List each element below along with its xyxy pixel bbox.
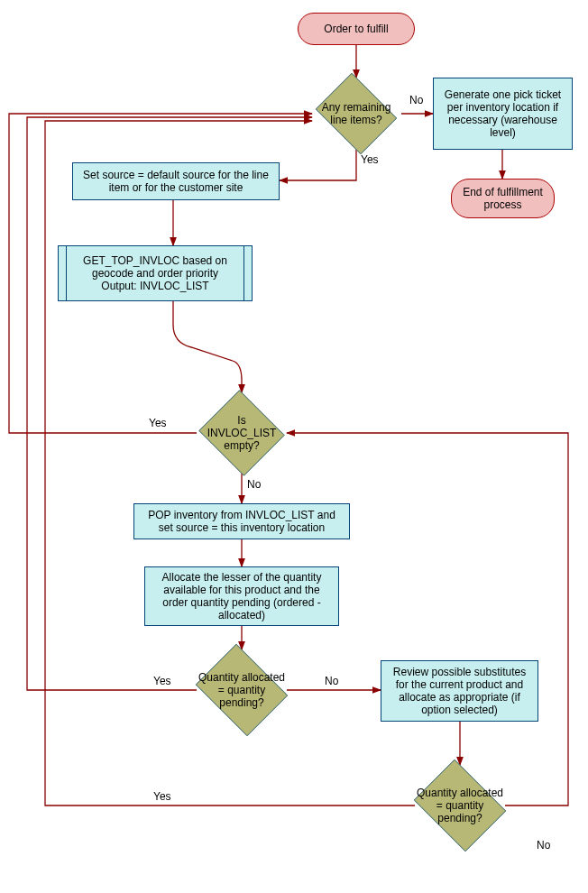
node-d2: Is INVLOC_LIST empty?	[197, 392, 287, 474]
node-alloc: Allocate the lesser of the quantity avai…	[144, 566, 339, 626]
node-d4: Quantity allocated = quantity pending?	[409, 765, 511, 846]
node-d4-text: Quantity allocated = quantity pending?	[409, 787, 511, 824]
node-start: Order to fulfill	[298, 13, 415, 45]
node-pop: POP inventory from INVLOC_LIST and set s…	[133, 503, 350, 539]
node-source: Set source = default source for the line…	[72, 162, 280, 200]
node-ticket-text: Generate one pick ticket per inventory l…	[443, 88, 563, 139]
node-subst-text: Review possible substitutes for the curr…	[390, 666, 528, 716]
node-end: End of fulfillment process	[451, 179, 555, 218]
node-pop-text: POP inventory from INVLOC_LIST and set s…	[143, 509, 340, 534]
label-d2-no: No	[247, 478, 261, 491]
label-d3-no: No	[325, 675, 338, 687]
label-d4-no: No	[537, 839, 550, 852]
node-alloc-text: Allocate the lesser of the quantity avai…	[154, 571, 329, 621]
label-d3-yes: Yes	[153, 675, 171, 687]
label-d1-yes: Yes	[361, 153, 379, 166]
node-source-text: Set source = default source for the line…	[82, 169, 270, 194]
node-d3: Quantity allocated = quantity pending?	[190, 649, 293, 731]
node-gettop-text: GET_TOP_INVLOC based on geocode and orde…	[75, 254, 235, 292]
node-gettop: GET_TOP_INVLOC based on geocode and orde…	[58, 245, 253, 301]
node-ticket: Generate one pick ticket per inventory l…	[433, 78, 573, 150]
node-d1: Any remaining line items?	[311, 78, 401, 150]
label-d4-yes: Yes	[153, 790, 171, 803]
label-d2-yes: Yes	[149, 417, 167, 429]
node-d1-text: Any remaining line items?	[311, 101, 401, 126]
node-end-text: End of fulfillment process	[459, 186, 547, 211]
node-subst: Review possible substitutes for the curr…	[381, 660, 538, 722]
node-d3-text: Quantity allocated = quantity pending?	[190, 671, 293, 709]
label-d1-no: No	[409, 94, 423, 106]
node-d2-text: Is INVLOC_LIST empty?	[197, 414, 287, 452]
node-start-text: Order to fulfill	[324, 23, 388, 35]
